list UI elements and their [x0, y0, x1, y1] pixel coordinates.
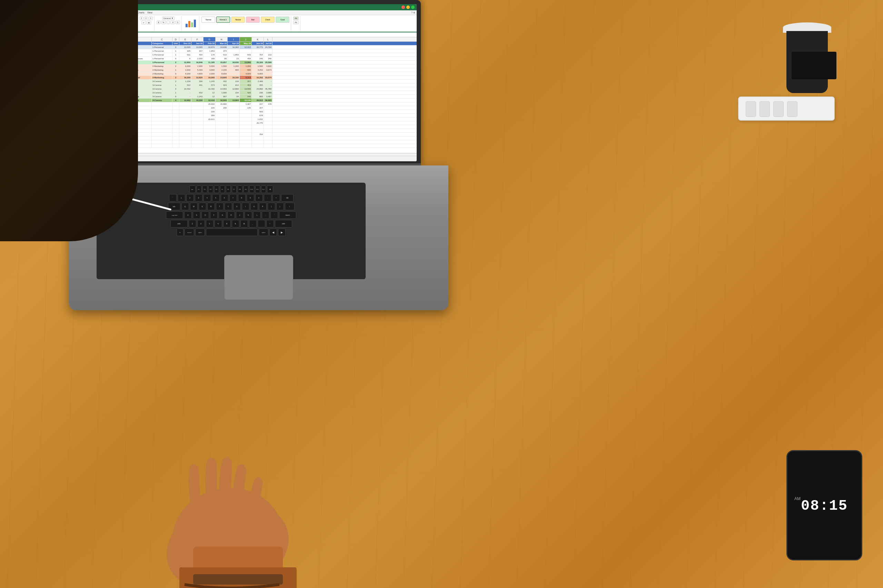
close-btn[interactable] [402, 6, 405, 9]
key-space[interactable] [206, 228, 258, 236]
key-fn[interactable]: fn [177, 228, 184, 236]
horizontal-scrollbar[interactable] [101, 153, 417, 156]
key-h[interactable]: H [227, 211, 235, 219]
key-s[interactable]: S [193, 211, 200, 219]
key-3[interactable]: 3 [195, 194, 203, 202]
key-backtick[interactable]: ` [169, 194, 177, 202]
key-2[interactable]: 2 [186, 194, 194, 202]
key-esc[interactable]: esc [190, 185, 196, 193]
col-header-i[interactable]: I [228, 37, 240, 41]
key-f2[interactable]: F2 [203, 185, 207, 193]
key-v[interactable]: V [215, 220, 222, 228]
key-4[interactable]: 4 [203, 194, 211, 202]
key-f4[interactable]: F4 [214, 185, 219, 193]
key-p[interactable]: P [259, 202, 266, 210]
menu-charts[interactable]: Charts [137, 11, 144, 14]
currency-btn[interactable]: $ [156, 21, 160, 24]
key-0[interactable]: 0 [255, 194, 263, 202]
formula-input[interactable] [119, 33, 415, 36]
key-q[interactable]: Q [181, 202, 189, 210]
key-f12[interactable]: F12 [261, 185, 266, 193]
key-o[interactable]: O [250, 202, 258, 210]
align-right[interactable]: ≡ [149, 16, 153, 20]
key-slash[interactable]: / [266, 220, 274, 228]
key-d[interactable]: D [202, 211, 209, 219]
decimal-dec[interactable]: 0. [176, 21, 180, 24]
style-check[interactable]: Check [261, 16, 275, 23]
style-bad[interactable]: Bad [246, 16, 260, 23]
key-comma[interactable]: , [249, 220, 257, 228]
key-backspace[interactable]: ⌫ [281, 194, 293, 202]
col-header-c[interactable]: C [152, 37, 173, 41]
maximize-btn[interactable] [411, 6, 415, 9]
key-t[interactable]: T [216, 202, 224, 210]
key-equals[interactable]: = [272, 194, 280, 202]
key-9[interactable]: 9 [247, 194, 254, 202]
style-good[interactable]: Good [275, 16, 289, 23]
col-header-l[interactable]: L [264, 37, 272, 41]
key-shift-l[interactable]: shift [170, 220, 188, 228]
key-n[interactable]: N [232, 220, 239, 228]
key-5[interactable]: 5 [212, 194, 220, 202]
key-u[interactable]: U [233, 202, 241, 210]
key-1[interactable]: 1 [178, 194, 185, 202]
trackpad[interactable] [224, 255, 293, 300]
ab-btn-2[interactable]: Ab [293, 21, 298, 24]
key-8[interactable]: 8 [238, 194, 245, 202]
key-shift-r[interactable]: shift [275, 220, 292, 228]
key-left[interactable]: ◀ [269, 228, 277, 236]
style-normal[interactable]: Normal [202, 16, 215, 23]
number-format[interactable]: General ▼ [162, 16, 175, 20]
minimize-btn[interactable] [406, 6, 410, 9]
key-power[interactable]: ⏻ [267, 185, 273, 193]
key-f1[interactable]: F1 [197, 185, 202, 193]
col-header-j[interactable]: J [240, 37, 252, 41]
key-control[interactable]: control [185, 228, 194, 236]
key-7[interactable]: 7 [229, 194, 237, 202]
style-normal2[interactable]: Normal 2 [216, 16, 230, 23]
key-f[interactable]: F [210, 211, 218, 219]
key-backslash[interactable]: \ [285, 202, 295, 210]
key-j[interactable]: J [236, 211, 244, 219]
wrap-text[interactable]: ↵ [141, 21, 146, 24]
key-quote[interactable]: ' [271, 211, 278, 219]
key-l[interactable]: L [253, 211, 261, 219]
merge-btn[interactable]: ⊠ [147, 21, 151, 24]
key-g[interactable]: G [219, 211, 226, 219]
spreadsheet[interactable]: A B C D E F G H I J K L [101, 37, 417, 153]
key-m[interactable]: M [241, 220, 248, 228]
key-semicolon[interactable]: ; [262, 211, 269, 219]
key-6[interactable]: 6 [221, 194, 228, 202]
key-i[interactable]: I [242, 202, 250, 210]
key-w[interactable]: W [190, 202, 198, 210]
key-return[interactable]: return [279, 211, 296, 219]
comma-btn[interactable]: , [167, 21, 170, 24]
key-f5[interactable]: F5 [220, 185, 225, 193]
key-f9[interactable]: F9 [244, 185, 248, 193]
key-y[interactable]: Y [224, 202, 232, 210]
col-header-k[interactable]: K [252, 37, 264, 41]
style-neutral[interactable]: Neutral [231, 16, 245, 23]
key-f7[interactable]: F7 [232, 185, 237, 193]
menu-view[interactable]: View [147, 11, 152, 14]
col-header-d[interactable]: D [173, 37, 179, 41]
key-x[interactable]: X [197, 220, 205, 228]
key-c[interactable]: C [206, 220, 214, 228]
key-minus[interactable]: - [264, 194, 271, 202]
key-lbracket[interactable]: [ [268, 202, 275, 210]
key-f8[interactable]: F8 [238, 185, 242, 193]
key-option-r[interactable]: option [259, 228, 268, 236]
ab-btn-1[interactable]: Ab [293, 16, 298, 20]
key-a[interactable]: A [184, 211, 192, 219]
key-f10[interactable]: F10 [250, 185, 254, 193]
align-center[interactable]: ≡ [144, 16, 148, 20]
key-r[interactable]: R [207, 202, 215, 210]
key-right[interactable]: ▶ [278, 228, 286, 236]
key-k[interactable]: K [245, 211, 252, 219]
decimal-inc[interactable]: .0 [170, 21, 175, 24]
key-period[interactable]: . [258, 220, 265, 228]
key-f6[interactable]: F6 [226, 185, 231, 193]
help-btn[interactable]: ? ⊕ [411, 11, 415, 14]
col-header-e[interactable]: E [179, 37, 191, 41]
percent-btn[interactable]: % [161, 21, 165, 24]
